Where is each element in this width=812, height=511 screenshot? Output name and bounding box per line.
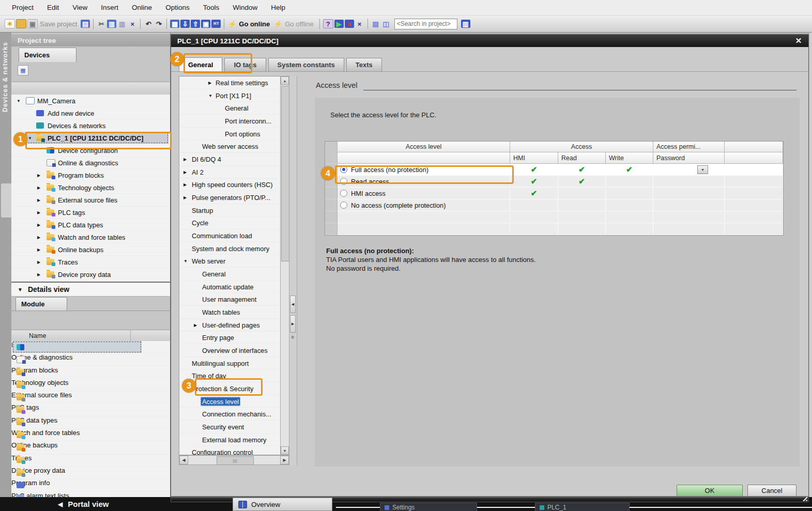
compile-icon[interactable]: ▦ xyxy=(170,18,179,30)
accessible-devices-icon[interactable]: ? xyxy=(323,18,333,30)
taskbar-tab-overview[interactable]: Overview xyxy=(233,498,332,511)
details-item-program-blocks[interactable]: Program blocks xyxy=(11,366,170,379)
tree-item-devices-networks[interactable]: Devices & networks xyxy=(11,119,170,132)
access-level-option-no-access-complete-protection[interactable]: No access (complete protection) xyxy=(338,199,510,211)
chevron-right-icon[interactable]: ▶ xyxy=(37,197,40,202)
dialog-title[interactable]: PLC_1 [CPU 1211C DC/DC/DC] xyxy=(171,35,808,47)
nav-vertical-scrollbar[interactable]: ▲ ▼ xyxy=(280,76,289,455)
menu-options[interactable]: Options xyxy=(159,4,196,11)
menu-window[interactable]: Window xyxy=(226,4,264,11)
dialog-nav-port-interconn[interactable]: Port interconn... xyxy=(179,115,280,128)
scroll-right-icon[interactable]: ▶ xyxy=(280,456,289,464)
tree-item-plc-1-cpu-1211c-dc-dc-dc[interactable]: ▼PLC_1 [CPU 1211C DC/DC/DC] xyxy=(11,132,170,144)
go-online-icon[interactable]: ⚡Go online xyxy=(227,18,272,30)
dialog-nav-overview-of-interfaces[interactable]: Overview of interfaces xyxy=(179,344,280,357)
collapse-left-icon[interactable]: ◀ xyxy=(290,296,296,313)
taskbar-tab-settings[interactable]: Settings xyxy=(380,503,477,511)
tree-item-external-source-files[interactable]: ▶External source files xyxy=(11,194,170,206)
dialog-tab-general[interactable]: General xyxy=(179,57,222,72)
chevron-down-icon[interactable]: ▼ xyxy=(208,93,212,98)
tree-item-program-blocks[interactable]: ▶Program blocks xyxy=(11,169,170,181)
start-runtime-icon[interactable]: RT xyxy=(211,18,221,30)
scrollbar-thumb[interactable]: ||| xyxy=(217,456,254,465)
access-level-option-read-access[interactable]: Read access xyxy=(338,176,510,188)
radio-hmi-access[interactable] xyxy=(340,190,347,197)
tree-item-watch-and-force-tables[interactable]: ▶Watch and force tables xyxy=(11,231,170,243)
ok-button[interactable]: OK xyxy=(677,485,743,497)
chevron-right-icon[interactable]: ▶ xyxy=(37,247,40,252)
tree-item-plc-data-types[interactable]: ▶PLC data types xyxy=(11,219,170,231)
dialog-nav-real-time-settings[interactable]: ▶Real time settings xyxy=(179,76,280,89)
dialog-nav-configuration-control[interactable]: Configuration control xyxy=(179,446,280,455)
stop-cpu-icon[interactable]: ■ xyxy=(345,18,354,30)
dialog-nav-pulse-generators-pto-p[interactable]: ▶Pulse generators (PTO/P... xyxy=(179,191,280,204)
dialog-nav-startup[interactable]: Startup xyxy=(179,204,280,217)
chevron-right-icon[interactable]: ▶ xyxy=(37,272,40,276)
dialog-tab-io-tags[interactable]: IO tags xyxy=(224,58,266,72)
chevron-right-icon[interactable]: ▶ xyxy=(37,235,40,239)
menu-view[interactable]: View xyxy=(66,4,94,11)
dialog-nav-time-of-day[interactable]: Time of day xyxy=(179,369,280,382)
tree-item-add-new-device[interactable]: Add new device xyxy=(11,107,170,119)
dialog-nav-ai-2[interactable]: ▶AI 2 xyxy=(179,166,280,179)
portal-view-button[interactable]: ◀ Portal view xyxy=(58,497,109,511)
cut-icon[interactable]: ✂ xyxy=(97,18,106,30)
chevron-down-icon[interactable]: ▼ xyxy=(17,98,21,103)
chevron-down-icon[interactable]: ▼ xyxy=(28,135,32,140)
chevron-right-icon[interactable]: ▶ xyxy=(194,322,197,327)
details-item-external-source-files[interactable]: External source files xyxy=(11,391,170,404)
dialog-nav-access-level[interactable]: Access level xyxy=(179,395,280,408)
split-editor-vertical-icon[interactable]: ◫ xyxy=(381,18,391,30)
details-item-plc-alarm-text-lists[interactable]: PLC alarm text lists xyxy=(11,492,170,497)
tree-item-mm-camera[interactable]: ▼MM_Camera xyxy=(11,95,170,107)
dialog-nav-multilingual-support[interactable]: Multilingual support xyxy=(179,357,280,370)
tree-item-online-diagnostics[interactable]: Online & diagnostics xyxy=(11,157,170,169)
dialog-nav-watch-tables[interactable]: Watch tables xyxy=(179,306,280,319)
collapse-right-icon[interactable]: ▶ xyxy=(290,315,296,333)
chevron-right-icon[interactable]: ▶ xyxy=(183,182,187,187)
access-level-option-full-access-no-protection[interactable]: Full access (no protection) xyxy=(338,164,510,176)
menu-help[interactable]: Help xyxy=(264,4,292,11)
chevron-right-icon[interactable]: ▶ xyxy=(37,210,40,214)
chevron-right-icon[interactable]: ▶ xyxy=(183,169,187,174)
tab-devices[interactable]: Devices xyxy=(19,48,76,62)
details-view-header[interactable]: ▼ Details view xyxy=(11,282,170,297)
tree-item-plc-tags[interactable]: ▶PLC tags xyxy=(11,206,170,219)
dialog-nav-communication-load[interactable]: Communication load xyxy=(179,229,280,242)
tree-item-device-configuration[interactable]: Device configuration xyxy=(11,144,170,157)
radio-no-access-complete-protection[interactable] xyxy=(340,202,347,209)
scrollbar-thumb[interactable] xyxy=(281,86,289,261)
chevron-right-icon[interactable]: ▶ xyxy=(183,195,187,199)
scroll-left-icon[interactable]: ◀ xyxy=(179,456,188,464)
nav-horizontal-scrollbar[interactable]: ◀ ||| ▶ xyxy=(179,455,289,465)
dialog-tab-texts[interactable]: Texts xyxy=(346,58,382,72)
new-project-icon[interactable]: ✶ xyxy=(5,18,15,30)
scroll-up-icon[interactable]: ▲ xyxy=(281,76,289,85)
dialog-nav-port-options[interactable]: Port options xyxy=(179,128,280,141)
delete-icon[interactable]: × xyxy=(128,18,137,30)
dialog-nav-general[interactable]: General xyxy=(179,268,280,281)
dialog-nav-entry-page[interactable]: Entry page xyxy=(179,331,280,344)
details-item-technology-objects[interactable]: Technology objects xyxy=(11,379,170,391)
tree-view-toggle-icon[interactable]: ▦ xyxy=(18,65,28,75)
dialog-nav-system-and-clock-memory[interactable]: System and clock memory xyxy=(179,242,280,255)
redo-icon[interactable]: ↷ xyxy=(154,18,163,30)
dialog-nav-general[interactable]: General xyxy=(179,102,280,115)
tree-item-traces[interactable]: ▶Traces xyxy=(11,256,170,268)
resize-grip[interactable] xyxy=(801,497,807,501)
go-offline-icon[interactable]: ⚡Go offline xyxy=(273,18,316,30)
chevron-right-icon[interactable]: ▶ xyxy=(208,80,211,85)
undo-icon[interactable]: ↶ xyxy=(144,18,153,30)
details-item-program-info[interactable]: Program info xyxy=(11,479,170,491)
radio-read-access[interactable] xyxy=(340,178,347,185)
upload-from-device-icon[interactable]: ⇧ xyxy=(191,18,200,30)
print-icon[interactable]: ▤ xyxy=(81,18,90,30)
search-in-project-input[interactable] xyxy=(394,19,457,29)
dialog-nav-connection-mechanis[interactable]: Connection mechanis... xyxy=(179,408,280,421)
open-project-icon[interactable] xyxy=(16,18,26,30)
splitter-handle-icon[interactable]: ≡ xyxy=(290,334,296,340)
tree-item-online-backups[interactable]: ▶Online backups xyxy=(11,243,170,256)
dialog-nav-user-management[interactable]: User management xyxy=(179,293,280,306)
details-item-watch-and-force-tables[interactable]: Watch and force tables xyxy=(11,429,170,441)
dialog-nav-port-x1-p1[interactable]: ▼Port [X1 P1] xyxy=(179,89,280,102)
